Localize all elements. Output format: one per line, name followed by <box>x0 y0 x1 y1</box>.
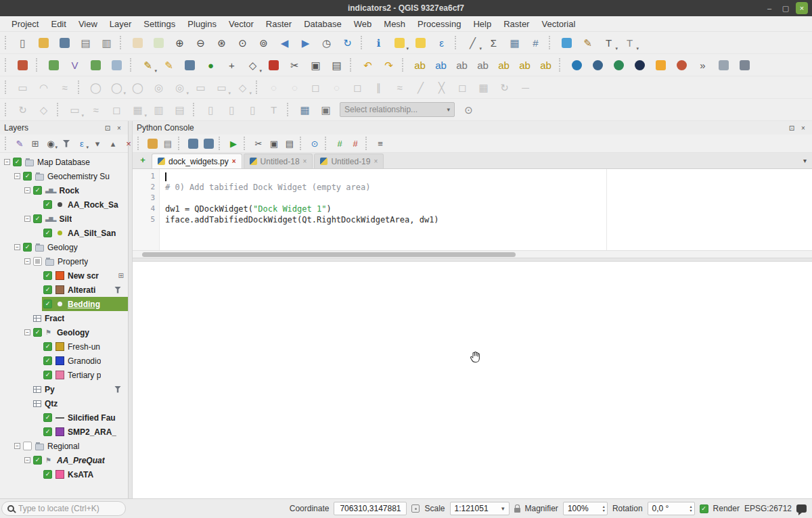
toolbar-handle[interactable] <box>402 58 407 72</box>
menu-view-2[interactable]: View <box>72 16 104 31</box>
night-globe-icon[interactable] <box>630 56 650 74</box>
multi-edit-icon[interactable]: ▤ <box>170 101 189 119</box>
world-map-icon[interactable] <box>609 56 629 74</box>
embedded-indicator-icon[interactable]: ⊞ <box>118 272 124 279</box>
menu-project-0[interactable]: Project <box>5 16 45 31</box>
crs-status[interactable]: EPSG:26712 <box>744 504 792 513</box>
zoom-in-icon[interactable]: ⊕ <box>170 34 189 52</box>
open-layer-styling-icon[interactable]: ✎ <box>12 136 27 151</box>
layer-item-ksata-22[interactable]: ✓KsATA <box>0 467 128 481</box>
new-shapefile-layer-icon[interactable]: V <box>65 56 85 74</box>
toolbar-handle[interactable] <box>350 58 355 72</box>
select-features-icon[interactable]: ▾ <box>390 34 409 52</box>
menu-layer-3[interactable]: Layer <box>104 16 138 31</box>
maximize-button[interactable]: ▢ <box>780 2 792 14</box>
hscroll-thumb[interactable] <box>142 252 516 257</box>
copy-icon[interactable]: ▣ <box>267 136 281 151</box>
tab-close-icon[interactable]: × <box>374 158 378 165</box>
visibility-checkbox[interactable]: ✓ <box>43 427 52 436</box>
move-label-icon[interactable]: ab <box>494 56 514 74</box>
locate-search-input[interactable]: Type to locate (Ctrl+K) <box>1 501 126 516</box>
metasearch-catalog-icon[interactable] <box>567 56 587 74</box>
plugin-extra-1-icon[interactable] <box>714 56 734 74</box>
pan-map-icon[interactable] <box>128 34 148 52</box>
tab-list-dropdown-icon[interactable]: ▾ <box>798 157 812 164</box>
split-parts-icon[interactable]: ╳ <box>432 78 451 97</box>
move-feature-copy-icon[interactable]: ▭▾ <box>65 101 85 119</box>
delete-part-icon[interactable]: ◻ <box>348 78 367 97</box>
merge-attributes-icon[interactable]: ▦ <box>474 78 493 97</box>
enable-advanced-digitizing-icon[interactable]: ▭ <box>13 78 32 97</box>
data-source-manager-icon[interactable] <box>557 34 577 52</box>
visibility-checkbox[interactable]: ✓ <box>33 186 42 195</box>
close-button[interactable]: × <box>796 2 808 14</box>
visibility-checkbox[interactable]: ✓ <box>43 229 52 237</box>
expander-icon[interactable]: − <box>13 443 22 449</box>
layer-item-granodio-14[interactable]: ✓Granodio <box>0 354 128 368</box>
cut-icon[interactable]: ✂ <box>251 136 266 151</box>
toolbar-handle[interactable] <box>5 103 9 116</box>
ellipse-from-extent-icon[interactable]: ◎▾ <box>170 78 189 97</box>
scale-select[interactable]: 1:121051 ▾ <box>450 502 510 515</box>
layer-diagram-options-icon[interactable]: ab <box>431 56 451 74</box>
open-script-icon[interactable] <box>145 136 160 151</box>
visibility-checkbox[interactable]: ✓ <box>43 200 52 209</box>
code-line[interactable]: iface.addTabifiedDockWidget(Qt.RightDock… <box>165 215 812 226</box>
cut-features-icon[interactable]: ✂ <box>285 56 304 74</box>
filter-indicator-icon[interactable] <box>114 386 121 393</box>
code-line[interactable] <box>165 193 812 204</box>
menu-database-8[interactable]: Database <box>298 16 348 31</box>
minimize-button[interactable]: – <box>763 2 775 14</box>
toolbar-handle[interactable] <box>5 58 9 72</box>
move-feature-icon[interactable]: + <box>222 56 242 74</box>
map-tips-icon[interactable]: T▾ <box>599 34 618 52</box>
layer-item-smp2-ara-19[interactable]: ✓SMP2_ARA_ <box>0 425 128 439</box>
form-annotation-icon[interactable]: ▯ <box>201 101 221 119</box>
save-project-icon[interactable] <box>55 34 74 52</box>
code-line[interactable]: dw1 = QDockWidget("Dock Widget 1") <box>165 204 812 215</box>
render-checkbox[interactable]: ✓ <box>700 504 708 513</box>
delete-selected-icon[interactable] <box>264 56 284 74</box>
tab-close-icon[interactable]: × <box>303 158 307 165</box>
open-project-icon[interactable] <box>34 34 53 52</box>
layer-item-geology-12[interactable]: −✓⚑Geology <box>0 325 128 339</box>
add-group-icon[interactable]: ⊞ <box>28 136 43 151</box>
visibility-checkbox[interactable]: ✓ <box>43 371 52 379</box>
layer-item-aa-rock-sa-3[interactable]: ✓AA_Rock_Sa <box>0 197 128 212</box>
toolbar-handle[interactable] <box>549 36 554 49</box>
toolbar-handle[interactable] <box>219 137 223 150</box>
object-inspector-icon[interactable]: ≡ <box>373 136 388 151</box>
html-annotation-icon[interactable]: ▯ <box>222 101 242 119</box>
toolbar-handle[interactable] <box>130 58 135 72</box>
layer-item-fract-11[interactable]: Fract <box>0 311 128 325</box>
regular-polygon-icon[interactable]: ◇▾ <box>233 78 252 97</box>
layer-item-qtz-17[interactable]: Qtz <box>0 396 128 410</box>
visibility-checkbox[interactable]: ✓ <box>23 172 32 181</box>
pin-labels-icon[interactable]: ab <box>452 56 472 74</box>
fill-ring-icon[interactable]: ◌ <box>285 78 304 97</box>
processing-plugin-icon[interactable] <box>672 56 692 74</box>
layer-labeling-options-icon[interactable]: ab <box>410 56 430 74</box>
menu-help-12[interactable]: Help <box>467 16 497 31</box>
comment-code-icon[interactable]: # <box>332 136 347 151</box>
style-manager-icon[interactable]: ✎ <box>578 34 597 52</box>
open-related-tables-icon[interactable]: ▦ <box>295 101 315 119</box>
layer-item-new-scr-8[interactable]: ✓New scr⊞ <box>0 268 128 283</box>
layer-item-aa-silt-san-5[interactable]: ✓AA_Silt_San <box>0 226 128 240</box>
toolbar-handle[interactable] <box>455 36 459 49</box>
code-line[interactable] <box>165 172 812 183</box>
toolbar-handle[interactable] <box>120 36 125 49</box>
zoom-next-icon[interactable]: ▶ <box>296 34 315 52</box>
add-ring-icon[interactable]: ◌ <box>264 78 284 97</box>
menu-settings-4[interactable]: Settings <box>137 16 181 31</box>
layer-item-aa-prequat-21[interactable]: −✓⚑AA_PreQuat <box>0 453 128 467</box>
vertex-tool-icon[interactable]: ◇▾ <box>243 56 263 74</box>
open-data-source-manager-icon[interactable] <box>13 56 32 74</box>
visibility-checkbox[interactable]: ✓ <box>23 243 32 252</box>
layer-item-alterati-9[interactable]: ✓Alterati <box>0 283 128 297</box>
editor-tab-untitled-18[interactable]: Untitled-18× <box>244 154 313 168</box>
new-virtual-layer-icon[interactable] <box>107 56 127 74</box>
close-console-icon[interactable]: × <box>798 123 808 133</box>
layer-item-geology-6[interactable]: −✓Geology <box>0 240 128 254</box>
toggle-editing-icon[interactable]: ✎ <box>159 56 179 74</box>
